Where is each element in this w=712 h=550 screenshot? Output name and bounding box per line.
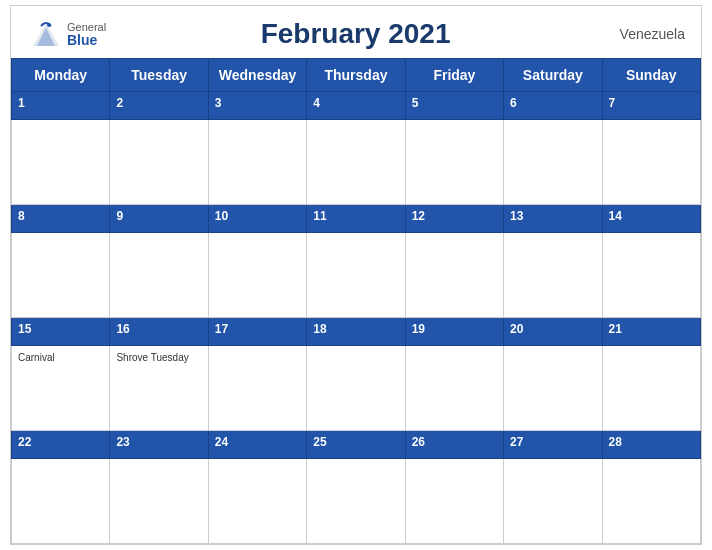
day-events-15: Carnival bbox=[12, 346, 110, 431]
day-header-13: 13 bbox=[504, 205, 602, 233]
day-header-20: 20 bbox=[504, 318, 602, 346]
day-events-21 bbox=[602, 346, 700, 431]
day-events-12 bbox=[405, 233, 503, 318]
day-events-14 bbox=[602, 233, 700, 318]
day-events-8 bbox=[12, 233, 110, 318]
day-header-16: 16 bbox=[110, 318, 208, 346]
week-header-row-3: 15161718192021 bbox=[12, 318, 701, 346]
month-title: February 2021 bbox=[106, 18, 605, 50]
day-events-18 bbox=[307, 346, 405, 431]
day-header-22: 22 bbox=[12, 431, 110, 459]
event-label: Shrove Tuesday bbox=[116, 352, 201, 363]
day-events-16: Shrove Tuesday bbox=[110, 346, 208, 431]
calendar-grid: Monday Tuesday Wednesday Thursday Friday… bbox=[11, 58, 701, 544]
day-number-5: 5 bbox=[412, 96, 497, 110]
day-number-2: 2 bbox=[116, 96, 201, 110]
week-header-row-4: 22232425262728 bbox=[12, 431, 701, 459]
day-events-9 bbox=[110, 233, 208, 318]
day-number-20: 20 bbox=[510, 322, 595, 336]
day-events-25 bbox=[307, 459, 405, 544]
day-number-21: 21 bbox=[609, 322, 694, 336]
svg-point-2 bbox=[47, 23, 51, 27]
day-header-12: 12 bbox=[405, 205, 503, 233]
col-monday: Monday bbox=[12, 59, 110, 92]
day-events-26 bbox=[405, 459, 503, 544]
country-label: Venezuela bbox=[605, 26, 685, 42]
day-events-23 bbox=[110, 459, 208, 544]
day-header-8: 8 bbox=[12, 205, 110, 233]
col-saturday: Saturday bbox=[504, 59, 602, 92]
logo-blue-text: Blue bbox=[67, 33, 106, 47]
day-events-11 bbox=[307, 233, 405, 318]
day-events-22 bbox=[12, 459, 110, 544]
day-number-12: 12 bbox=[412, 209, 497, 223]
day-header-21: 21 bbox=[602, 318, 700, 346]
week-header-row-2: 891011121314 bbox=[12, 205, 701, 233]
day-number-22: 22 bbox=[18, 435, 103, 449]
day-events-2 bbox=[110, 120, 208, 205]
day-header-18: 18 bbox=[307, 318, 405, 346]
col-thursday: Thursday bbox=[307, 59, 405, 92]
day-events-4 bbox=[307, 120, 405, 205]
week-event-row-1 bbox=[12, 120, 701, 205]
day-number-11: 11 bbox=[313, 209, 398, 223]
col-tuesday: Tuesday bbox=[110, 59, 208, 92]
day-number-13: 13 bbox=[510, 209, 595, 223]
day-events-27 bbox=[504, 459, 602, 544]
day-number-16: 16 bbox=[116, 322, 201, 336]
day-events-6 bbox=[504, 120, 602, 205]
day-number-26: 26 bbox=[412, 435, 497, 449]
day-events-10 bbox=[208, 233, 306, 318]
day-number-25: 25 bbox=[313, 435, 398, 449]
day-events-5 bbox=[405, 120, 503, 205]
day-header-23: 23 bbox=[110, 431, 208, 459]
day-header-2: 2 bbox=[110, 92, 208, 120]
day-number-8: 8 bbox=[18, 209, 103, 223]
day-number-9: 9 bbox=[116, 209, 201, 223]
day-header-26: 26 bbox=[405, 431, 503, 459]
day-events-1 bbox=[12, 120, 110, 205]
day-number-18: 18 bbox=[313, 322, 398, 336]
week-event-row-3: CarnivalShrove Tuesday bbox=[12, 346, 701, 431]
days-of-week-row: Monday Tuesday Wednesday Thursday Friday… bbox=[12, 59, 701, 92]
logo: General Blue bbox=[27, 16, 106, 52]
week-header-row-1: 1234567 bbox=[12, 92, 701, 120]
day-header-3: 3 bbox=[208, 92, 306, 120]
day-header-14: 14 bbox=[602, 205, 700, 233]
calendar-container: General Blue February 2021 Venezuela Mon… bbox=[10, 5, 702, 545]
day-header-10: 10 bbox=[208, 205, 306, 233]
day-header-24: 24 bbox=[208, 431, 306, 459]
day-number-28: 28 bbox=[609, 435, 694, 449]
day-number-17: 17 bbox=[215, 322, 300, 336]
day-events-20 bbox=[504, 346, 602, 431]
calendar-body: 123456789101112131415161718192021Carniva… bbox=[12, 92, 701, 544]
calendar-header: General Blue February 2021 Venezuela bbox=[11, 6, 701, 58]
day-number-24: 24 bbox=[215, 435, 300, 449]
day-header-6: 6 bbox=[504, 92, 602, 120]
day-header-11: 11 bbox=[307, 205, 405, 233]
day-header-17: 17 bbox=[208, 318, 306, 346]
day-events-7 bbox=[602, 120, 700, 205]
day-events-17 bbox=[208, 346, 306, 431]
event-label: Carnival bbox=[18, 352, 103, 363]
day-header-15: 15 bbox=[12, 318, 110, 346]
day-header-27: 27 bbox=[504, 431, 602, 459]
col-wednesday: Wednesday bbox=[208, 59, 306, 92]
day-header-7: 7 bbox=[602, 92, 700, 120]
day-number-6: 6 bbox=[510, 96, 595, 110]
logo-general-text: General bbox=[67, 22, 106, 33]
day-number-19: 19 bbox=[412, 322, 497, 336]
day-header-25: 25 bbox=[307, 431, 405, 459]
week-event-row-2 bbox=[12, 233, 701, 318]
day-header-4: 4 bbox=[307, 92, 405, 120]
week-event-row-4 bbox=[12, 459, 701, 544]
day-header-5: 5 bbox=[405, 92, 503, 120]
day-events-3 bbox=[208, 120, 306, 205]
day-header-19: 19 bbox=[405, 318, 503, 346]
day-number-3: 3 bbox=[215, 96, 300, 110]
day-number-27: 27 bbox=[510, 435, 595, 449]
day-events-24 bbox=[208, 459, 306, 544]
logo-icon bbox=[27, 16, 65, 52]
day-number-23: 23 bbox=[116, 435, 201, 449]
day-header-9: 9 bbox=[110, 205, 208, 233]
